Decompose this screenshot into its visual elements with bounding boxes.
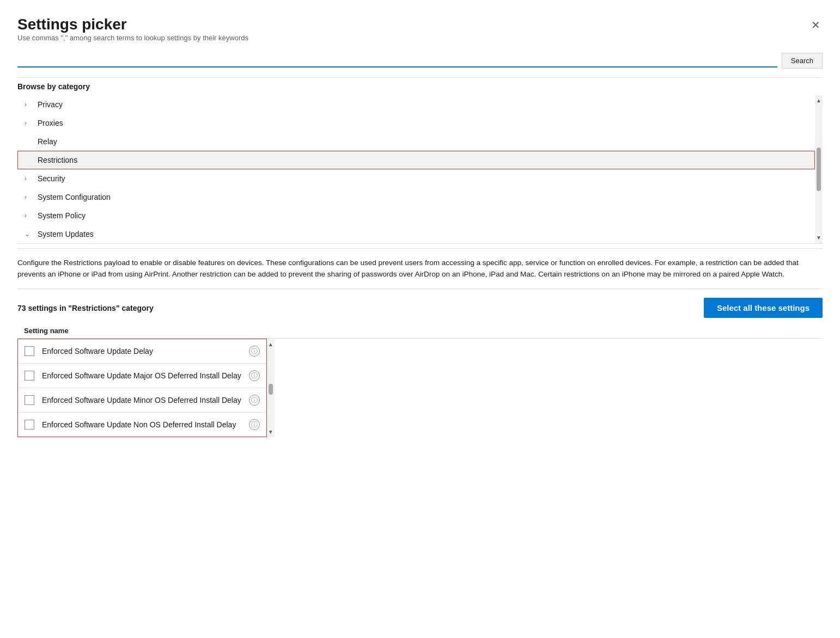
settings-picker-modal: Settings picker Use commas "," among sea…: [0, 0, 840, 638]
info-icon-s3[interactable]: ⓘ: [249, 395, 260, 406]
table-row: Enforced Software Update Major OS Deferr…: [18, 364, 266, 388]
settings-list-container: Enforced Software Update Delay ⓘ Enforce…: [17, 339, 823, 437]
modal-subtitle: Use commas "," among search terms to loo…: [17, 34, 248, 42]
category-item-system-configuration[interactable]: ›System Configuration: [17, 188, 815, 206]
category-item-proxies[interactable]: ›Proxies: [17, 114, 815, 132]
category-item-restrictions[interactable]: Restrictions: [17, 151, 815, 169]
chevron-system-configuration-icon: ›: [25, 193, 32, 201]
settings-count-row: 73 settings in "Restrictions" category S…: [17, 298, 823, 318]
modal-header: Settings picker Use commas "," among sea…: [17, 15, 823, 51]
category-label-privacy: Privacy: [38, 100, 63, 109]
category-label-system-policy: System Policy: [38, 211, 86, 220]
section-divider: [17, 77, 823, 78]
table-row: Enforced Software Update Minor OS Deferr…: [18, 388, 266, 413]
select-all-button[interactable]: Select all these settings: [704, 298, 823, 318]
search-button[interactable]: Search: [782, 53, 823, 69]
category-description: Configure the Restrictions payload to en…: [17, 248, 823, 290]
setting-checkbox-s1[interactable]: [25, 346, 34, 356]
category-item-system-updates[interactable]: ⌄System Updates: [17, 225, 815, 243]
table-row: Enforced Software Update Delay ⓘ: [18, 339, 266, 364]
browse-category-label: Browse by category: [17, 82, 823, 91]
category-list: ›Privacy›ProxiesRelayRestrictions›Securi…: [17, 95, 815, 243]
category-scrollbar[interactable]: ▲ ▼: [815, 95, 823, 243]
category-label-relay: Relay: [38, 137, 57, 146]
settings-column-header: Setting name: [17, 324, 823, 339]
settings-scroll-down-arrow[interactable]: ▼: [267, 427, 275, 436]
setting-name-s4: Enforced Software Update Non OS Deferred…: [42, 420, 241, 429]
close-button[interactable]: ✕: [809, 17, 823, 33]
category-label-system-updates: System Updates: [38, 230, 94, 238]
settings-scroll-up-arrow[interactable]: ▲: [267, 340, 275, 348]
chevron-privacy-icon: ›: [25, 101, 32, 108]
category-label-restrictions: Restrictions: [38, 156, 77, 164]
setting-checkbox-s3[interactable]: [25, 395, 34, 405]
category-item-system-policy[interactable]: ›System Policy: [17, 206, 815, 225]
setting-name-s3: Enforced Software Update Minor OS Deferr…: [42, 396, 241, 404]
chevron-proxies-icon: ›: [25, 119, 32, 127]
info-icon-s4[interactable]: ⓘ: [249, 419, 260, 430]
category-list-container: ›Privacy›ProxiesRelayRestrictions›Securi…: [17, 95, 823, 243]
scroll-down-arrow[interactable]: ▼: [815, 234, 823, 242]
category-label-system-configuration: System Configuration: [38, 193, 111, 201]
category-label-security: Security: [38, 174, 65, 183]
info-icon-s2[interactable]: ⓘ: [249, 370, 260, 381]
search-row: Search: [17, 53, 823, 69]
setting-name-s1: Enforced Software Update Delay: [42, 347, 241, 355]
category-item-relay[interactable]: Relay: [17, 132, 815, 151]
search-input[interactable]: [17, 53, 777, 68]
table-row: Enforced Software Update Non OS Deferred…: [18, 413, 266, 437]
category-label-proxies: Proxies: [38, 119, 63, 127]
scroll-up-arrow[interactable]: ▲: [815, 96, 823, 105]
settings-scroll-thumb: [269, 384, 273, 395]
modal-title-area: Settings picker Use commas "," among sea…: [17, 15, 248, 51]
settings-list: Enforced Software Update Delay ⓘ Enforce…: [17, 339, 267, 437]
category-item-privacy[interactable]: ›Privacy: [17, 95, 815, 114]
settings-count-label: 73 settings in "Restrictions" category: [17, 304, 154, 312]
modal-title: Settings picker: [17, 15, 248, 34]
setting-checkbox-s4[interactable]: [25, 420, 34, 430]
chevron-system-policy-icon: ›: [25, 212, 32, 219]
setting-name-s2: Enforced Software Update Major OS Deferr…: [42, 371, 241, 380]
description-divider: [17, 243, 823, 244]
chevron-system-updates-icon: ⌄: [25, 230, 32, 238]
category-item-security[interactable]: ›Security: [17, 169, 815, 188]
scroll-thumb: [817, 148, 821, 191]
info-icon-s1[interactable]: ⓘ: [249, 346, 260, 357]
setting-checkbox-s2[interactable]: [25, 371, 34, 381]
chevron-security-icon: ›: [25, 175, 32, 182]
settings-scrollbar[interactable]: ▲ ▼: [267, 339, 275, 437]
